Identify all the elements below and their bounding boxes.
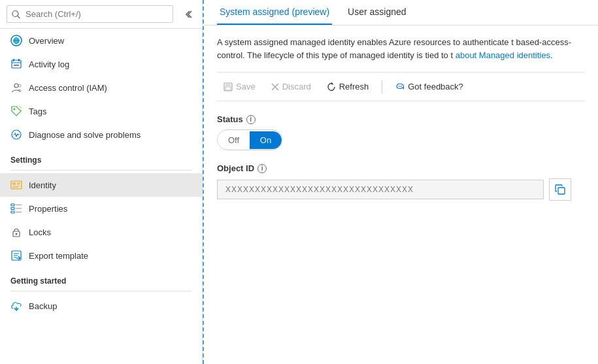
getting-started-divider: [10, 291, 191, 291]
sidebar-item-properties-label: Properties: [29, 204, 67, 214]
feedback-icon: [395, 82, 405, 91]
svg-point-41: [399, 86, 401, 87]
sidebar: Overview Activity log Access control (IA…: [0, 0, 203, 364]
sidebar-item-locks[interactable]: Locks: [0, 220, 202, 244]
search-box: [0, 0, 202, 29]
tab-system-assigned[interactable]: System assigned (preview): [217, 0, 332, 25]
object-id-info-icon[interactable]: i: [257, 164, 267, 173]
status-info-icon[interactable]: i: [246, 115, 256, 124]
svg-rect-23: [11, 208, 14, 210]
object-id-field: Object ID i: [217, 163, 585, 201]
svg-rect-7: [18, 59, 20, 61]
svg-point-11: [18, 84, 21, 87]
discard-button[interactable]: Discard: [265, 78, 318, 95]
svg-rect-5: [12, 60, 21, 68]
sidebar-item-export-template[interactable]: Export template: [0, 244, 202, 267]
export-template-icon: [10, 250, 22, 261]
sidebar-item-backup[interactable]: Backup: [0, 294, 202, 318]
status-field: Status i Off On: [217, 114, 585, 150]
tags-icon: [10, 105, 22, 117]
tab-bar: System assigned (preview) User assigned: [204, 0, 598, 25]
save-icon: [224, 82, 233, 91]
sidebar-item-access-control-label: Access control (IAM): [29, 83, 107, 93]
svg-rect-17: [12, 182, 16, 185]
sidebar-item-overview[interactable]: Overview: [0, 29, 202, 52]
svg-rect-22: [11, 204, 14, 206]
svg-rect-43: [558, 188, 565, 194]
discard-icon: [271, 83, 279, 91]
sidebar-item-identity-label: Identity: [29, 180, 56, 190]
collapse-button[interactable]: [181, 7, 195, 22]
toolbar: Save Discard Refresh: [217, 72, 585, 101]
sidebar-item-diagnose[interactable]: Diagnose and solve problems: [0, 123, 202, 146]
settings-section-header: Settings: [0, 146, 202, 167]
copy-icon: [555, 184, 565, 195]
svg-rect-37: [225, 87, 231, 90]
toggle-off-option[interactable]: Off: [218, 131, 250, 149]
svg-point-29: [16, 233, 18, 235]
managed-identities-link[interactable]: about Managed identities: [456, 50, 550, 60]
backup-icon: [10, 300, 22, 312]
sidebar-item-activity-log-label: Activity log: [29, 59, 69, 69]
search-input[interactable]: [7, 5, 173, 23]
object-id-label: Object ID i: [217, 163, 585, 173]
svg-point-12: [14, 108, 16, 110]
svg-point-0: [12, 10, 18, 16]
svg-point-10: [14, 84, 18, 88]
sidebar-item-export-template-label: Export template: [29, 251, 88, 261]
svg-line-1: [18, 16, 20, 18]
svg-rect-24: [11, 211, 14, 213]
sidebar-item-tags[interactable]: Tags: [0, 99, 202, 123]
copy-object-id-button[interactable]: [549, 178, 571, 201]
sidebar-item-tags-label: Tags: [29, 107, 46, 116]
sidebar-item-overview-label: Overview: [29, 36, 64, 46]
toolbar-separator: [382, 80, 382, 93]
feedback-button[interactable]: Got feedback?: [389, 78, 470, 95]
sidebar-item-access-control[interactable]: Access control (IAM): [0, 76, 202, 99]
main-content: System assigned (preview) User assigned …: [203, 0, 598, 364]
getting-started-section-header: Getting started: [0, 267, 202, 288]
refresh-icon: [327, 82, 336, 91]
search-icon: [12, 10, 20, 18]
tab-user-assigned[interactable]: User assigned: [345, 0, 409, 25]
locks-icon: [10, 226, 22, 238]
content-area: A system assigned managed identity enabl…: [204, 25, 598, 364]
save-button[interactable]: Save: [217, 78, 262, 95]
status-toggle[interactable]: Off On: [217, 129, 282, 150]
sidebar-item-properties[interactable]: Properties: [0, 197, 202, 220]
settings-divider: [10, 170, 191, 171]
overview-icon: [10, 35, 22, 46]
access-control-icon: [10, 82, 22, 93]
sidebar-item-diagnose-label: Diagnose and solve problems: [29, 130, 141, 140]
identity-icon: [10, 179, 22, 191]
properties-icon: [10, 203, 22, 214]
diagnose-icon: [10, 129, 22, 141]
sidebar-item-locks-label: Locks: [29, 227, 51, 237]
sidebar-item-identity[interactable]: Identity: [0, 173, 202, 197]
sidebar-item-activity-log[interactable]: Activity log: [0, 52, 202, 76]
status-label: Status i: [217, 114, 585, 124]
description-text: A system assigned managed identity enabl…: [217, 36, 583, 61]
sidebar-item-backup-label: Backup: [29, 301, 57, 311]
svg-rect-36: [225, 83, 231, 86]
activity-log-icon: [10, 58, 22, 70]
object-id-row: [217, 178, 585, 201]
refresh-button[interactable]: Refresh: [320, 78, 376, 95]
svg-point-40: [398, 86, 399, 87]
toggle-on-option[interactable]: On: [250, 131, 282, 149]
svg-point-42: [401, 86, 402, 87]
object-id-input[interactable]: [217, 180, 544, 199]
svg-rect-6: [13, 59, 14, 61]
svg-rect-9: [14, 65, 19, 66]
